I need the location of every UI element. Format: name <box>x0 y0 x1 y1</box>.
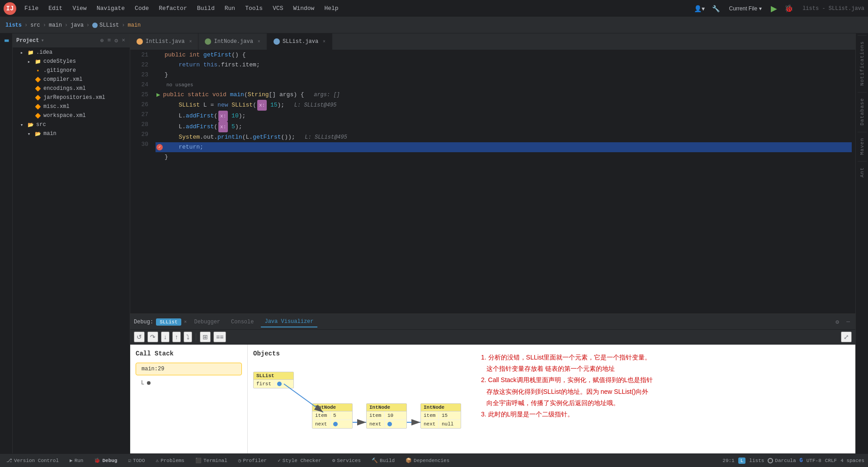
tab-intnode-close[interactable]: × <box>258 39 260 44</box>
tree-item-gitignore[interactable]: 🔸 .gitignore <box>13 66 130 75</box>
bc-sllist[interactable]: SLList <box>92 22 119 28</box>
status-terminal[interactable]: ⬛ Terminal <box>193 457 230 464</box>
settings-button[interactable]: 🔧 <box>710 4 722 13</box>
tree-item-idea[interactable]: ▸ 📁 .idea <box>13 48 130 57</box>
bc-src[interactable]: src <box>30 22 40 28</box>
sidebar-label-ant[interactable]: Ant <box>858 161 867 183</box>
menu-build[interactable]: Build <box>193 3 219 14</box>
step-out-button[interactable]: ↑ <box>172 332 181 342</box>
sidebar-label-database[interactable]: Database <box>858 92 867 131</box>
services-icon: ⚙ <box>332 458 335 463</box>
terminal-icon: ⬛ <box>195 458 202 463</box>
run-config-button[interactable]: Current File ▾ <box>725 4 765 14</box>
sidebar-label-notifications[interactable]: Notifications <box>858 35 867 91</box>
call-stack-frame[interactable]: main:29 <box>136 363 242 375</box>
debug-tab-visualizer[interactable]: Java Visualizer <box>261 317 317 327</box>
darcula-indicator[interactable]: Darcula <box>768 458 796 463</box>
project-indicator[interactable]: lists <box>749 458 764 463</box>
menu-vcs[interactable]: VCS <box>268 3 288 14</box>
code-content[interactable]: public int getFirst() { return this.firs… <box>152 50 855 313</box>
tab-intnode[interactable]: IntNode.java × <box>198 33 267 50</box>
bc-java[interactable]: java <box>71 22 84 28</box>
tree-item-codestyles[interactable]: ▸ 📁 codeStyles <box>13 57 130 66</box>
folder-open-icon: ▾ <box>25 130 33 137</box>
annotation-panel: 1. 分析的没错，SLList里面就一个元素，它是一个指针变量。 这个指针变量存… <box>474 345 855 453</box>
tree-item-workspace-xml[interactable]: 🔶 workspace.xml <box>13 111 130 120</box>
run-status-icon: ▶ <box>70 458 73 463</box>
menu-window[interactable]: Window <box>289 3 319 14</box>
tree-item-compiler-xml[interactable]: 🔶 compiler.xml <box>13 75 130 84</box>
bc-main[interactable]: main <box>49 22 62 28</box>
debug-settings-icon[interactable]: ⚙ <box>834 318 841 327</box>
status-style-checker[interactable]: ✓ Style Checker <box>275 457 324 464</box>
debug-button[interactable]: 🐞 <box>783 3 795 14</box>
tab-sllist[interactable]: SLList.java × <box>267 33 332 50</box>
step-over-button[interactable]: ↷ <box>147 332 158 342</box>
expand-debug-button[interactable]: ⤢ <box>841 332 852 342</box>
status-dependencies[interactable]: 📦 Dependencies <box>403 457 452 464</box>
status-run[interactable]: ▶ Run <box>67 457 86 464</box>
tree-settings-icon[interactable]: ⚙ <box>113 36 119 45</box>
breakpoint-icon[interactable]: ✓ <box>156 144 163 150</box>
menu-help[interactable]: Help <box>320 3 343 14</box>
debug-content: Call Stack main:29 L Objects SLList <box>130 345 855 453</box>
status-problems[interactable]: ⚠ Problems <box>153 457 187 464</box>
status-profiler[interactable]: ◷ Profiler <box>236 457 269 464</box>
menu-view[interactable]: View <box>68 3 91 14</box>
intlist-tab-icon <box>137 38 143 45</box>
scope-icon[interactable]: ⊕ <box>99 36 105 45</box>
project-icon-btn[interactable]: ▐▌ <box>1 35 12 46</box>
menu-file[interactable]: File <box>20 3 43 14</box>
todo-icon: ☑ <box>128 458 131 463</box>
tree-item-misc-xml[interactable]: 🔶 misc.xml <box>13 102 130 111</box>
run-to-cursor-button[interactable]: ⤵ <box>184 332 192 342</box>
status-services[interactable]: ⚙ Services <box>330 457 363 464</box>
folder-icon: ▸ <box>18 49 25 56</box>
intnode2-next-val <box>385 420 395 428</box>
close-tree-icon[interactable]: × <box>121 36 126 45</box>
file-tree-header: Project ▾ ⊕ ≡ ⚙ × <box>13 33 130 48</box>
debug-toolbar: ↺ ↷ ↓ ↑ ⤵ ⊞ ≡≡ ⤢ <box>130 330 855 345</box>
watch-button[interactable]: ≡≡ <box>213 332 226 342</box>
menu-edit[interactable]: Edit <box>44 3 67 14</box>
lang-badge[interactable]: L <box>738 458 746 464</box>
step-into-button[interactable]: ↓ <box>161 332 170 342</box>
evaluate-button[interactable]: ⊞ <box>200 332 211 342</box>
status-debug[interactable]: 🐞 Debug <box>91 457 120 464</box>
debug-session-tab[interactable]: SLList <box>156 318 181 326</box>
status-version-control[interactable]: ⎇ Version Control <box>4 457 61 464</box>
status-todo[interactable]: ☑ TODO <box>125 457 147 464</box>
menu-run[interactable]: Run <box>220 3 240 14</box>
line-col-indicator[interactable]: 29:1 <box>722 458 734 463</box>
tab-sllist-close[interactable]: × <box>323 39 326 44</box>
intnode3-next-val: null <box>439 420 456 428</box>
debug-tab-debugger[interactable]: Debugger <box>190 317 224 327</box>
tab-intlist-close[interactable]: × <box>189 39 192 44</box>
encoding-indicator[interactable]: UTF-8 <box>807 458 821 463</box>
collapse-all-icon[interactable]: ≡ <box>107 36 112 45</box>
debug-session-close[interactable]: × <box>184 319 187 325</box>
debug-tab-console[interactable]: Console <box>227 317 257 327</box>
account-button[interactable]: 👤▾ <box>692 4 707 13</box>
debug-minimize-icon[interactable]: — <box>844 318 852 326</box>
tab-intlist[interactable]: IntList.java × <box>130 33 198 50</box>
indent-indicator[interactable]: 4 spaces <box>840 458 864 463</box>
tree-item-main[interactable]: ▾ 📂 main <box>13 129 130 138</box>
tree-item-encodings-xml[interactable]: 🔶 encodings.xml <box>13 84 130 93</box>
menu-refactor[interactable]: Refactor <box>154 3 191 14</box>
tree-item-jar-repositories[interactable]: 🔶 jarRepositories.xml <box>13 93 130 102</box>
menu-code[interactable]: Code <box>130 3 153 14</box>
status-build[interactable]: 🔨 Build <box>369 457 397 464</box>
menu-tools[interactable]: Tools <box>241 3 267 14</box>
sidebar-label-maven[interactable]: Maven <box>858 132 867 160</box>
run-controls-bar: 👤▾ 🔧 Current File ▾ ▶ 🐞 <box>692 3 795 14</box>
tree-item-src[interactable]: ▾ 📂 src <box>13 120 130 129</box>
crlf-indicator[interactable]: CRLF <box>825 458 837 463</box>
menu-navigate[interactable]: Navigate <box>92 3 129 14</box>
restart-debug-button[interactable]: ↺ <box>134 332 145 342</box>
object-diagram: SLList first IntNode <box>253 363 468 453</box>
run-button[interactable]: ▶ <box>769 3 779 14</box>
sllist-box: SLList first <box>253 372 294 388</box>
bc-lists[interactable]: lists <box>5 22 22 28</box>
bc-main-method[interactable]: main <box>127 22 141 28</box>
